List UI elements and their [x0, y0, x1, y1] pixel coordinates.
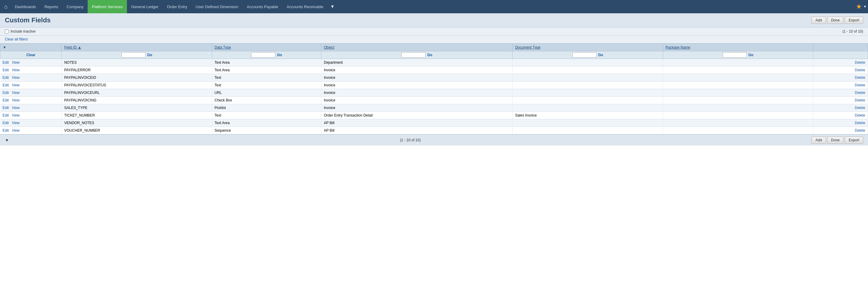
edit-link[interactable]: Edit [3, 106, 9, 110]
edit-link[interactable]: Edit [3, 60, 9, 65]
delete-link[interactable]: Delete [855, 113, 865, 118]
row-delete-cell: Delete [813, 104, 868, 112]
edit-link[interactable]: Edit [3, 83, 9, 87]
edit-link[interactable]: Edit [3, 98, 9, 102]
delete-link[interactable]: Delete [855, 75, 865, 80]
col-header-object[interactable]: Object [321, 44, 513, 51]
add-button[interactable]: Add [811, 16, 826, 24]
edit-link[interactable]: Edit [3, 75, 9, 80]
col-header-field-id[interactable]: Field ID ▲ [62, 44, 212, 51]
edit-link[interactable]: Edit [3, 68, 9, 72]
col-header-data-type[interactable]: Data Type [212, 44, 321, 51]
object-sort-link[interactable]: Object [324, 45, 334, 49]
row-document-type [513, 97, 663, 104]
filter-toggle-icon[interactable]: ▼ [3, 45, 6, 49]
filter-document-type-go[interactable]: Go [598, 53, 603, 57]
col-header-package-name[interactable]: Package Name [663, 44, 813, 51]
delete-link[interactable]: Delete [855, 128, 865, 133]
view-link[interactable]: View [12, 106, 20, 110]
filter-clear-button[interactable]: Clear [26, 53, 35, 57]
document-type-sort-link[interactable]: Document Type [515, 45, 540, 49]
nav-item-dashboards[interactable]: Dashboards [10, 0, 40, 13]
nav-item-user-defined-dimension[interactable]: User Defined Dimension [192, 0, 243, 13]
delete-link[interactable]: Delete [855, 68, 865, 72]
delete-link[interactable]: Delete [855, 106, 865, 110]
row-object: AP Bill [321, 119, 513, 127]
package-name-sort-link[interactable]: Package Name [665, 45, 690, 49]
row-package-name [663, 89, 813, 97]
footer-done-button[interactable]: Done [827, 136, 844, 144]
view-link[interactable]: View [12, 91, 20, 95]
view-link[interactable]: View [12, 128, 20, 133]
row-document-type: Sales Invoice [513, 112, 663, 119]
row-object: Invoice [321, 81, 513, 89]
edit-link[interactable]: Edit [3, 128, 9, 133]
edit-link[interactable]: Edit [3, 121, 9, 125]
nav-item-company[interactable]: Company [63, 0, 88, 13]
row-object: AP Bill [321, 127, 513, 134]
row-delete-cell: Delete [813, 119, 868, 127]
row-actions-cell: Edit View [0, 97, 62, 104]
edit-link[interactable]: Edit [3, 113, 9, 118]
filter-field-id-go[interactable]: Go [147, 53, 152, 57]
field-id-sort-link[interactable]: Field ID ▲ [64, 45, 81, 49]
delete-link[interactable]: Delete [855, 121, 865, 125]
table-footer: ▼ (1 - 10 of 10) Add Done Export [0, 134, 868, 145]
row-data-type: Text [212, 81, 321, 89]
include-inactive-label[interactable]: Include inactive [5, 29, 36, 34]
delete-link[interactable]: Delete [855, 83, 865, 87]
filter-document-type-input[interactable] [572, 52, 597, 58]
delete-link[interactable]: Delete [855, 91, 865, 95]
filter-object-go[interactable]: Go [427, 53, 433, 57]
favorites-dropdown-icon[interactable]: ▼ [863, 4, 867, 9]
row-document-type [513, 66, 663, 74]
edit-link[interactable]: Edit [3, 91, 9, 95]
row-field-id: TICKET_NUMBER [62, 112, 212, 119]
row-delete-cell: Delete [813, 89, 868, 97]
export-button[interactable]: Export [845, 16, 863, 24]
nav-item-accounts-payable[interactable]: Accounts Payable [242, 0, 282, 13]
filter-package-name-go[interactable]: Go [748, 53, 753, 57]
favorites-star-icon[interactable]: ★ [855, 3, 863, 10]
row-field-id: PAYPALINVOICING [62, 97, 212, 104]
row-package-name [663, 81, 813, 89]
delete-link[interactable]: Delete [855, 98, 865, 102]
include-inactive-text: Include inactive [10, 29, 36, 34]
row-delete-cell: Delete [813, 74, 868, 81]
footer-add-button[interactable]: Add [811, 136, 826, 144]
col-header-document-type[interactable]: Document Type [513, 44, 663, 51]
nav-more-dropdown[interactable]: ▼ [328, 4, 337, 9]
filter-data-type-go[interactable]: Go [277, 53, 282, 57]
include-inactive-checkbox[interactable] [5, 30, 9, 34]
delete-link[interactable]: Delete [855, 60, 865, 65]
view-link[interactable]: View [12, 68, 20, 72]
table-container: ▼ Field ID ▲ Data Type Object Document T… [0, 43, 868, 134]
view-link[interactable]: View [12, 75, 20, 80]
home-icon[interactable]: ⌂ [1, 4, 10, 10]
filter-package-name-input[interactable] [723, 52, 747, 58]
row-field-id: PAYPALINVOICEID [62, 74, 212, 81]
data-type-sort-link[interactable]: Data Type [215, 45, 231, 49]
footer-arrow-icon[interactable]: ▼ [5, 138, 9, 142]
footer-export-button[interactable]: Export [845, 136, 863, 144]
clear-all-filters-link[interactable]: Clear all filters [5, 37, 28, 41]
filter-data-type-input[interactable] [251, 52, 275, 58]
view-link[interactable]: View [12, 98, 20, 102]
nav-item-accounts-receivable[interactable]: Accounts Receivable [283, 0, 328, 13]
view-link[interactable]: View [12, 60, 20, 65]
row-actions-cell: Edit View [0, 66, 62, 74]
view-link[interactable]: View [12, 121, 20, 125]
done-button[interactable]: Done [827, 16, 844, 24]
nav-item-platform-services[interactable]: Platform Services [88, 0, 127, 13]
filter-field-id-input[interactable] [122, 52, 146, 58]
nav-item-order-entry[interactable]: Order Entry [163, 0, 191, 13]
filter-object-input[interactable] [401, 52, 426, 58]
view-link[interactable]: View [12, 113, 20, 118]
row-data-type: Text Area [212, 119, 321, 127]
row-data-type: Text Area [212, 59, 321, 66]
nav-item-general-ledger[interactable]: General Ledger [127, 0, 163, 13]
row-delete-cell: Delete [813, 81, 868, 89]
view-link[interactable]: View [12, 83, 20, 87]
nav-item-reports[interactable]: Reports [40, 0, 63, 13]
page-header: Custom Fields Add Done Export [0, 13, 868, 28]
